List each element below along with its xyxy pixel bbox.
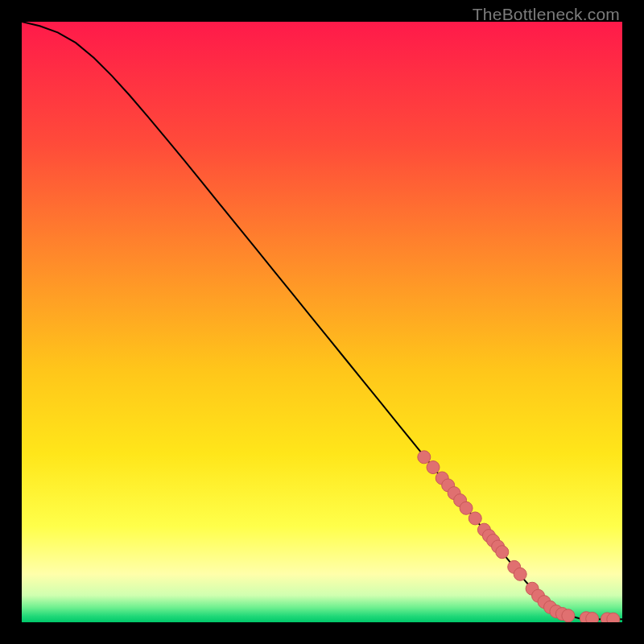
data-point (427, 461, 440, 474)
data-point (607, 613, 620, 622)
data-point (418, 451, 431, 464)
data-point (496, 546, 509, 559)
data-point (586, 613, 599, 622)
data-point (469, 512, 481, 525)
data-point (562, 609, 575, 622)
chart-frame (22, 22, 622, 622)
data-point (460, 502, 473, 514)
data-point (514, 568, 526, 580)
chart-svg (22, 22, 622, 622)
gradient-background (22, 22, 622, 622)
